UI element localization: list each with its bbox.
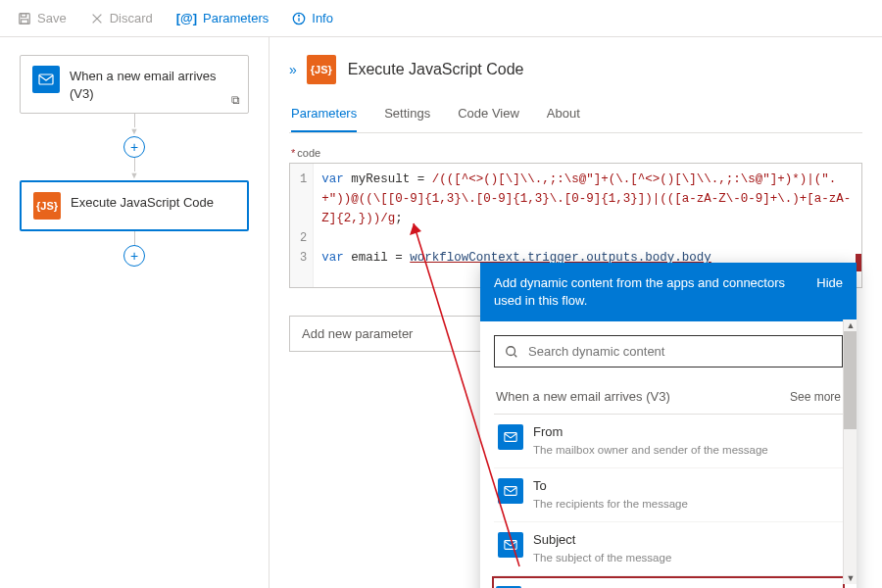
workflow-action-label: Execute JavaScript Code [71, 192, 214, 212]
parameters-button[interactable]: [@] Parameters [167, 7, 279, 29]
code-field-label: *code [291, 147, 862, 159]
workflow-trigger-node[interactable]: When a new email arrives (V3) ⧉ [20, 55, 249, 114]
svg-rect-13 [505, 541, 516, 550]
workflow-trigger-label: When a new email arrives (V3) [70, 66, 236, 103]
info-button[interactable]: Info [282, 7, 343, 29]
workflow-connector: ▼ + ▼ [20, 114, 249, 180]
popover-header-text: Add dynamic content from the apps and co… [494, 274, 805, 310]
dc-item-from[interactable]: From The mailbox owner and sender of the… [494, 415, 843, 468]
collapse-chevron-icon[interactable]: » [289, 62, 295, 77]
outlook-icon [498, 424, 523, 450]
svg-rect-11 [505, 433, 516, 442]
scroll-up-icon[interactable]: ▲ [844, 319, 858, 331]
top-toolbar: Save Discard [@] Parameters Info [0, 0, 882, 37]
svg-line-10 [514, 355, 517, 358]
dc-item-subject[interactable]: Subject The subject of the message [494, 522, 843, 576]
arrow-down-icon: ▼ [130, 172, 139, 180]
parameters-label: Parameters [203, 11, 269, 25]
add-parameter-label: Add new parameter [302, 326, 413, 341]
tab-settings[interactable]: Settings [384, 98, 430, 132]
tab-code-view[interactable]: Code View [458, 98, 519, 132]
discard-button[interactable]: Discard [80, 7, 163, 29]
info-label: Info [312, 11, 333, 25]
dynamic-content-search-input[interactable] [528, 344, 832, 359]
dynamic-content-search[interactable] [494, 335, 843, 368]
workflow-canvas: When a new email arrives (V3) ⧉ ▼ + ▼ {J… [0, 37, 270, 588]
detail-title: Execute JavaScript Code [348, 61, 524, 78]
scroll-down-icon[interactable]: ▼ [844, 572, 858, 584]
workflow-action-node[interactable]: {JS} Execute JavaScript Code [20, 180, 249, 231]
workflow-connector: + [20, 231, 249, 267]
see-more-link[interactable]: See more [790, 390, 841, 404]
svg-rect-12 [505, 487, 516, 496]
dc-item-subtitle: The mailbox owner and sender of the mess… [533, 443, 768, 458]
dc-item-subtitle: The recipients for the message [533, 497, 688, 512]
dc-section-header: When a new email arrives (V3) See more [494, 377, 843, 414]
dc-item-body[interactable]: Body The body of the message [492, 576, 845, 588]
popover-scrollbar[interactable]: ▲ ▼ [843, 319, 857, 584]
dc-item-to[interactable]: To The recipients for the message [494, 468, 843, 522]
scroll-thumb[interactable] [844, 331, 857, 429]
save-label: Save [37, 11, 67, 25]
save-icon [18, 12, 31, 25]
svg-rect-2 [22, 19, 28, 23]
discard-label: Discard [110, 11, 153, 25]
svg-point-7 [299, 15, 300, 16]
tab-about[interactable]: About [547, 98, 580, 132]
outlook-icon [32, 66, 60, 93]
dc-item-title: From [533, 424, 768, 441]
dc-item-title: To [533, 478, 688, 495]
code-gutter: 123 [290, 164, 314, 287]
tab-parameters[interactable]: Parameters [291, 98, 357, 132]
link-icon: ⧉ [231, 93, 240, 107]
javascript-icon: {JS} [33, 192, 61, 220]
popover-header: Add dynamic content from the apps and co… [480, 263, 857, 321]
dc-section-title: When a new email arrives (V3) [496, 389, 670, 404]
dynamic-content-popover: Add dynamic content from the apps and co… [480, 263, 857, 588]
svg-rect-1 [22, 13, 26, 17]
search-icon [505, 345, 518, 359]
save-button[interactable]: Save [8, 7, 76, 29]
info-icon [292, 12, 306, 25]
javascript-icon: {JS} [307, 55, 336, 84]
parameters-icon: [@] [176, 11, 197, 25]
add-step-button[interactable]: + [123, 245, 145, 267]
outlook-icon [498, 532, 523, 558]
close-icon [90, 12, 104, 25]
svg-rect-8 [39, 74, 53, 84]
arrow-down-icon: ▼ [130, 127, 139, 136]
add-step-button[interactable]: + [123, 136, 145, 158]
dc-item-title: Subject [533, 532, 671, 549]
popover-hide-button[interactable]: Hide [816, 274, 843, 310]
outlook-icon [498, 478, 523, 504]
dc-item-subtitle: The subject of the message [533, 551, 671, 565]
svg-point-9 [507, 347, 515, 356]
detail-tabs: Parameters Settings Code View About [289, 98, 862, 133]
